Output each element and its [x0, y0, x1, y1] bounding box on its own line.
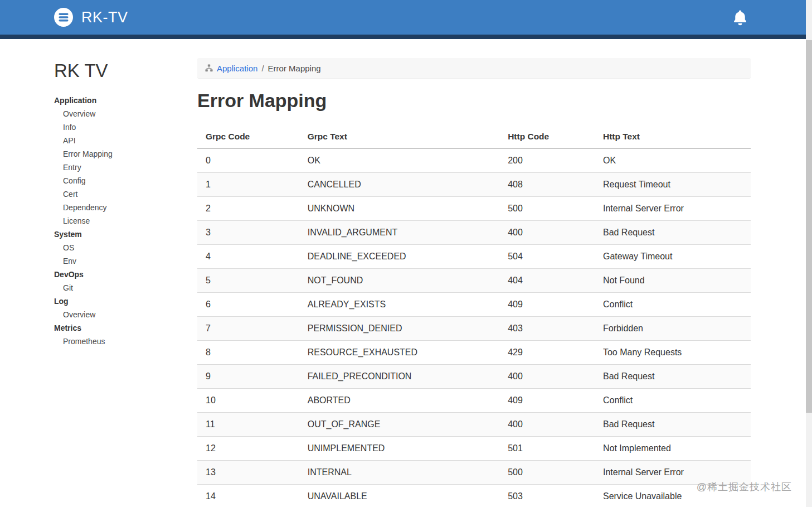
cell-grpc-code: 14	[197, 485, 299, 507]
table-row: 11OUT_OF_RANGE400Bad Request	[197, 413, 751, 437]
cell-http-code: 400	[499, 365, 595, 389]
cell-http-text: Too Many Requests	[595, 341, 751, 365]
sidebar-item-application-dependency[interactable]: Dependency	[54, 201, 192, 214]
sidebar-item-application-overview[interactable]: Overview	[54, 107, 192, 120]
cell-http-text: Not Found	[595, 269, 751, 293]
cell-http-text: Request Timeout	[595, 173, 751, 197]
cell-grpc-code: 8	[197, 341, 299, 365]
top-app-bar: RK-TV	[0, 0, 812, 35]
scrollbar-thumb[interactable]	[806, 40, 812, 413]
sidebar-item-application-api[interactable]: API	[54, 134, 192, 147]
cell-http-code: 400	[499, 413, 595, 437]
column-header-grpc-code: Grpc Code	[197, 126, 299, 148]
cell-grpc-code: 2	[197, 197, 299, 221]
main-content: Application / Error Mapping Error Mappin…	[197, 39, 751, 507]
brand[interactable]: RK-TV	[54, 7, 128, 27]
cell-grpc-code: 11	[197, 413, 299, 437]
sidebar-item-application-info[interactable]: Info	[54, 120, 192, 134]
cell-grpc-text: FAILED_PRECONDITION	[299, 365, 499, 389]
column-header-http-code: Http Code	[499, 126, 595, 148]
sidebar-section-log[interactable]: Log	[54, 294, 192, 308]
sidebar-item-system-env[interactable]: Env	[54, 254, 192, 268]
sidebar-item-metrics-prometheus[interactable]: Prometheus	[54, 335, 192, 348]
table-row: 14UNAVAILABLE503Service Unavailable	[197, 485, 751, 507]
error-mapping-table: Grpc CodeGrpc TextHttp CodeHttp Text 0OK…	[197, 126, 751, 507]
cell-http-code: 503	[499, 485, 595, 507]
table-row: 5NOT_FOUND404Not Found	[197, 269, 751, 293]
cell-grpc-code: 1	[197, 173, 299, 197]
topbar-accent-strip	[0, 35, 812, 39]
table-row: 13INTERNAL500Internal Server Error	[197, 461, 751, 485]
cell-http-text: Service Unavailable	[595, 485, 751, 507]
cell-grpc-code: 5	[197, 269, 299, 293]
breadcrumb-link-application[interactable]: Application	[217, 64, 257, 73]
table-header-row: Grpc CodeGrpc TextHttp CodeHttp Text	[197, 126, 751, 148]
table-row: 3INVALID_ARGUMENT400Bad Request	[197, 221, 751, 245]
cell-http-text: Not Implemented	[595, 437, 751, 461]
cell-http-code: 429	[499, 341, 595, 365]
cell-http-text: Internal Server Error	[595, 197, 751, 221]
sidebar-item-devops-git[interactable]: Git	[54, 281, 192, 294]
cell-http-text: Conflict	[595, 293, 751, 317]
cell-http-code: 500	[499, 197, 595, 221]
sidebar-item-log-overview[interactable]: Overview	[54, 308, 192, 321]
cell-grpc-text: ABORTED	[299, 389, 499, 413]
cell-http-text: Gateway Timeout	[595, 245, 751, 269]
sidebar-item-application-config[interactable]: Config	[54, 174, 192, 187]
cell-grpc-text: PERMISSION_DENIED	[299, 317, 499, 341]
cell-grpc-code: 4	[197, 245, 299, 269]
cell-grpc-text: UNAVAILABLE	[299, 485, 499, 507]
cell-grpc-text: INVALID_ARGUMENT	[299, 221, 499, 245]
cell-grpc-text: CANCELLED	[299, 173, 499, 197]
cell-grpc-code: 3	[197, 221, 299, 245]
scrollbar-track[interactable]	[806, 0, 812, 507]
cell-grpc-text: UNIMPLEMENTED	[299, 437, 499, 461]
table-row: 12UNIMPLEMENTED501Not Implemented	[197, 437, 751, 461]
cell-grpc-text: OUT_OF_RANGE	[299, 413, 499, 437]
cell-grpc-code: 13	[197, 461, 299, 485]
cell-grpc-code: 7	[197, 317, 299, 341]
sidebar-item-application-cert[interactable]: Cert	[54, 187, 192, 201]
sidebar-title: RK TV	[54, 60, 192, 81]
cell-http-code: 504	[499, 245, 595, 269]
sidebar-item-application-entry[interactable]: Entry	[54, 161, 192, 174]
cell-http-code: 501	[499, 437, 595, 461]
cell-http-text: Bad Request	[595, 413, 751, 437]
cell-http-code: 500	[499, 461, 595, 485]
column-header-http-text: Http Text	[595, 126, 751, 148]
sidebar-section-devops[interactable]: DevOps	[54, 268, 192, 281]
sidebar-section-metrics[interactable]: Metrics	[54, 321, 192, 335]
cell-http-text: Bad Request	[595, 365, 751, 389]
cell-grpc-code: 6	[197, 293, 299, 317]
cell-http-text: Bad Request	[595, 221, 751, 245]
sidebar-item-system-os[interactable]: OS	[54, 241, 192, 254]
cell-grpc-code: 10	[197, 389, 299, 413]
cell-grpc-code: 9	[197, 365, 299, 389]
cell-http-text: Internal Server Error	[595, 461, 751, 485]
sidebar-section-system[interactable]: System	[54, 228, 192, 241]
breadcrumb: Application / Error Mapping	[197, 58, 751, 79]
cell-grpc-code: 0	[197, 148, 299, 173]
table-row: 8RESOURCE_EXHAUSTED429Too Many Requests	[197, 341, 751, 365]
cell-grpc-text: INTERNAL	[299, 461, 499, 485]
sidebar-section-application[interactable]: Application	[54, 94, 192, 107]
cell-http-text: OK	[595, 148, 751, 173]
cell-http-code: 403	[499, 317, 595, 341]
table-row: 1CANCELLED408Request Timeout	[197, 173, 751, 197]
table-row: 7PERMISSION_DENIED403Forbidden	[197, 317, 751, 341]
breadcrumb-separator: /	[261, 64, 264, 73]
breadcrumb-current: Error Mapping	[268, 64, 321, 73]
table-row: 4DEADLINE_EXCEEDED504Gateway Timeout	[197, 245, 751, 269]
cell-grpc-text: UNKNOWN	[299, 197, 499, 221]
cell-grpc-text: NOT_FOUND	[299, 269, 499, 293]
column-header-grpc-text: Grpc Text	[299, 126, 499, 148]
cell-grpc-text: ALREADY_EXISTS	[299, 293, 499, 317]
cell-http-code: 200	[499, 148, 595, 173]
list-circle-icon	[54, 7, 74, 27]
table-row: 10ABORTED409Conflict	[197, 389, 751, 413]
sidebar-item-application-license[interactable]: License	[54, 214, 192, 228]
cell-http-code: 409	[499, 293, 595, 317]
sidebar-item-application-error-mapping[interactable]: Error Mapping	[54, 147, 192, 161]
notification-bell-icon[interactable]	[732, 9, 748, 26]
cell-http-text: Forbidden	[595, 317, 751, 341]
